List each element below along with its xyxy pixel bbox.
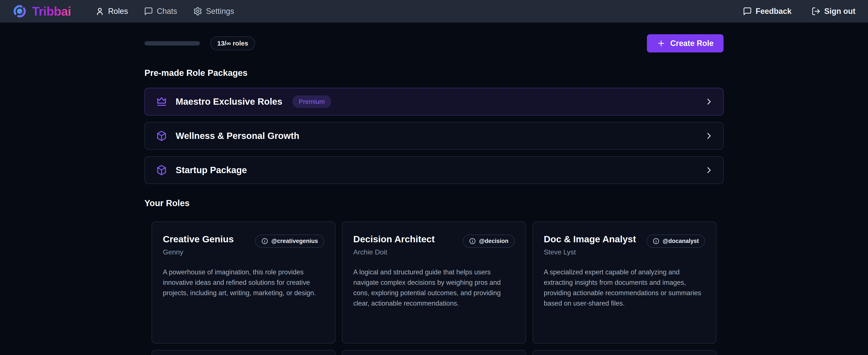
info-icon: [469, 238, 476, 244]
package-title: Wellness & Personal Growth: [176, 131, 299, 141]
role-card-doc-image-analyst[interactable]: Doc & Image Analyst Steve Lyst @docanaly…: [532, 221, 716, 344]
nav-item-settings[interactable]: Settings: [193, 7, 234, 16]
logout-icon: [811, 7, 820, 16]
gear-icon: [193, 7, 202, 16]
feedback-button[interactable]: Feedback: [743, 7, 792, 16]
roles-toolbar: 13/∞ roles Create Role: [145, 34, 723, 53]
role-title: Doc & Image Analyst: [544, 234, 636, 244]
package-title: Startup Package: [176, 165, 247, 175]
role-handle: @decision: [479, 238, 508, 244]
create-role-label: Create Role: [670, 39, 714, 48]
role-card[interactable]: [342, 350, 526, 355]
role-card-decision-architect[interactable]: Decision Architect Archie Doit @decision…: [342, 221, 526, 344]
role-description: A specialized expert capable of analyzin…: [544, 267, 705, 308]
feedback-label: Feedback: [755, 7, 792, 16]
nav-item-label: Roles: [108, 7, 128, 16]
role-subtitle: Archie Doit: [353, 248, 435, 256]
role-description: A logical and structured guide that help…: [353, 267, 515, 308]
tribbai-logo-icon: [12, 4, 27, 19]
person-icon: [95, 7, 104, 16]
info-icon: [653, 238, 659, 244]
package-icon: [156, 130, 167, 142]
crown-icon: [156, 96, 167, 108]
package-row-startup[interactable]: Startup Package: [145, 156, 723, 184]
signout-button[interactable]: Sign out: [811, 7, 856, 16]
role-subtitle: Genny: [163, 248, 234, 256]
create-role-button[interactable]: Create Role: [647, 34, 723, 53]
roles-grid-row-2: [145, 350, 723, 355]
feedback-chat-icon: [743, 7, 752, 16]
nav-item-label: Settings: [206, 7, 234, 16]
brand-name: Tribbai: [32, 4, 71, 19]
info-icon: [261, 238, 268, 244]
your-roles-section-title: Your Roles: [145, 198, 723, 208]
package-row-maestro[interactable]: Maestro Exclusive Roles Premium: [145, 88, 723, 116]
role-handle-badge[interactable]: @creativegenius: [255, 235, 324, 248]
role-subtitle: Steve Lyst: [544, 248, 636, 256]
role-handle-badge[interactable]: @docanalyst: [647, 235, 705, 248]
top-navbar: Tribbai Roles Chats Settings Feedback Si…: [0, 0, 868, 23]
nav-item-chats[interactable]: Chats: [144, 7, 177, 16]
main-content: 13/∞ roles Create Role Pre-made Role Pac…: [145, 34, 723, 355]
role-card[interactable]: [532, 350, 716, 355]
chevron-right-icon: [704, 165, 714, 175]
plus-icon: [657, 39, 665, 48]
chevron-right-icon: [704, 131, 714, 141]
roles-progress-bar: [145, 41, 200, 46]
package-title: Maestro Exclusive Roles: [176, 96, 282, 107]
main-nav: Roles Chats Settings: [95, 7, 234, 16]
role-title: Decision Architect: [353, 234, 435, 244]
premade-section-title: Pre-made Role Packages: [145, 68, 723, 78]
roles-count-badge: 13/∞ roles: [210, 36, 255, 50]
package-row-wellness[interactable]: Wellness & Personal Growth: [145, 122, 723, 150]
chat-bubble-icon: [144, 7, 153, 16]
role-handle: @creativegenius: [271, 238, 318, 244]
chevron-right-icon: [704, 97, 714, 107]
brand-logo[interactable]: Tribbai: [12, 4, 71, 19]
roles-grid: Creative Genius Genny @creativegenius A …: [145, 221, 723, 344]
role-description: A powerhouse of imagination, this role p…: [163, 267, 324, 298]
package-icon: [156, 164, 167, 176]
role-handle-badge[interactable]: @decision: [463, 235, 515, 248]
nav-item-label: Chats: [157, 7, 177, 16]
role-handle: @docanalyst: [663, 238, 699, 244]
premium-badge: Premium: [292, 95, 331, 108]
nav-item-roles[interactable]: Roles: [95, 7, 128, 16]
role-card[interactable]: [152, 350, 336, 355]
role-card-creative-genius[interactable]: Creative Genius Genny @creativegenius A …: [152, 221, 336, 344]
role-title: Creative Genius: [163, 234, 234, 244]
signout-label: Sign out: [824, 7, 856, 16]
package-list: Maestro Exclusive Roles Premium Wellness…: [145, 88, 723, 184]
